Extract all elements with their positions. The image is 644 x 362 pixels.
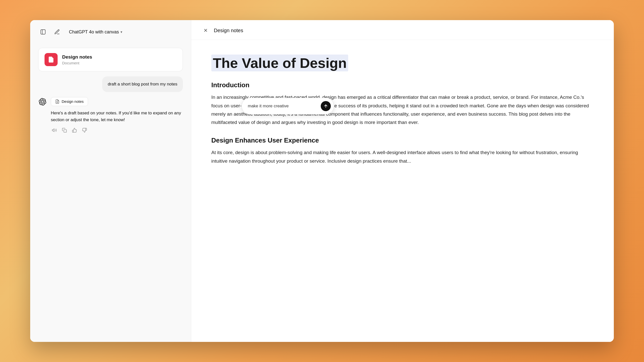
- svg-marker-4: [52, 129, 54, 132]
- audio-button[interactable]: [51, 127, 58, 134]
- section1: Design Enhances User Experience At its c…: [211, 137, 594, 165]
- model-selector-label: ChatGPT 4o with canvas: [69, 29, 119, 35]
- copy-button[interactable]: [61, 127, 68, 134]
- inline-edit-input[interactable]: [248, 104, 318, 109]
- model-selector-button[interactable]: ChatGPT 4o with canvas ▾: [66, 28, 125, 36]
- section1-title: Design Enhances User Experience: [211, 137, 594, 144]
- doc-info: Design notes Document: [62, 54, 92, 65]
- chevron-down-icon: ▾: [120, 30, 122, 34]
- right-panel: ✕ Design notes The Value of Design Intro…: [191, 20, 614, 342]
- doc-title: Design notes: [62, 54, 92, 60]
- assistant-text: Here's a draft based on your notes. If y…: [51, 110, 183, 123]
- thumbs-up-button[interactable]: [71, 127, 78, 134]
- new-chat-button[interactable]: [52, 27, 62, 37]
- left-header: ChatGPT 4o with canvas ▾: [30, 20, 191, 43]
- left-content: Design notes Document draft a short blog…: [30, 43, 191, 342]
- right-content: The Value of Design Introduction In an i…: [191, 40, 614, 342]
- close-button[interactable]: ✕: [201, 26, 210, 35]
- feedback-row: [51, 127, 183, 134]
- thumbs-down-button[interactable]: [81, 127, 88, 134]
- assistant-avatar: [38, 98, 47, 106]
- user-message-bubble: draft a short blog post from my notes: [102, 76, 183, 92]
- user-message-wrap: draft a short blog post from my notes: [38, 76, 183, 92]
- intro-label: Introduction: [211, 81, 594, 89]
- doc-icon: [45, 53, 58, 66]
- svg-rect-0: [41, 30, 45, 34]
- inline-edit-popover: [242, 98, 334, 114]
- left-panel: ChatGPT 4o with canvas ▾ Design notes Do…: [30, 20, 191, 342]
- article-title: The Value of Design: [211, 55, 348, 71]
- assistant-content: Design notes Here's a draft based on you…: [51, 97, 183, 134]
- doc-subtitle: Document: [62, 61, 92, 65]
- article-title-wrap: The Value of Design: [211, 55, 594, 71]
- section1-body: At its core, design is about problem-sol…: [211, 148, 594, 165]
- right-header: ✕ Design notes: [191, 20, 614, 40]
- app-window: ChatGPT 4o with canvas ▾ Design notes Do…: [30, 20, 614, 342]
- ref-pill-label: Design notes: [62, 99, 84, 104]
- sidebar-toggle-button[interactable]: [38, 27, 48, 37]
- svg-rect-5: [64, 129, 67, 132]
- ref-pill[interactable]: Design notes: [51, 97, 88, 106]
- doc-card[interactable]: Design notes Document: [38, 48, 183, 71]
- inline-send-button[interactable]: [321, 101, 331, 111]
- assistant-row: Design notes Here's a draft based on you…: [38, 97, 183, 134]
- right-panel-title: Design notes: [214, 28, 243, 33]
